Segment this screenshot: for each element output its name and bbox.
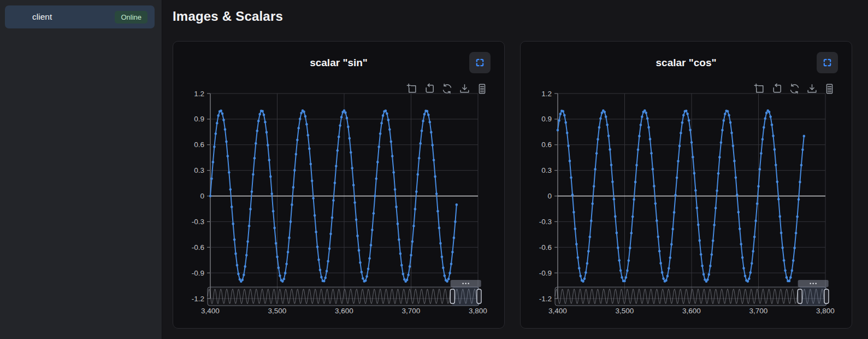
data-point [374,195,376,197]
data-point [668,267,670,270]
data-point [299,118,302,120]
data-point [571,194,574,196]
data-point [788,280,791,283]
data-point [431,144,434,147]
data-point [400,264,403,267]
data-point [273,227,276,230]
data-point [444,274,446,277]
fullscreen-button[interactable] [469,52,491,73]
data-point [685,109,688,112]
chart-canvas[interactable]: 1.20.90.60.30-0.3-0.6-0.9-1.23,4003,5003… [173,85,505,329]
sidebar-item-client[interactable]: client Online [5,5,155,28]
data-point [303,110,305,113]
datazoom-handle[interactable] [450,289,454,303]
data-point [609,148,611,151]
data-point [578,267,581,270]
data-point [665,279,668,282]
fullscreen-button[interactable] [817,52,838,73]
data-point [562,110,565,113]
data-point [225,141,228,143]
data-point [623,280,626,283]
x-tick-label: 3,800 [816,307,835,315]
data-point [407,273,410,276]
data-point [296,139,299,142]
data-point [690,141,693,144]
data-point [616,232,618,235]
data-point [213,145,216,148]
data-point [716,189,718,192]
data-point [398,238,400,241]
datazoom-window[interactable] [452,287,479,306]
datazoom-window[interactable] [800,287,826,306]
main-panel: Images & Scalars scalar "sin" [162,0,868,339]
chart-cards-row: scalar "sin" [173,41,852,329]
data-point [740,243,742,246]
data-point [786,276,788,279]
data-point [702,273,705,276]
data-point [270,192,273,195]
data-point [768,110,771,113]
data-point [572,211,575,214]
data-point [422,120,424,122]
data-point [697,224,700,226]
data-point [643,109,646,112]
data-point [676,177,678,179]
chart-title: scalar "sin" [173,57,504,69]
data-point [566,132,569,135]
data-point [614,215,617,218]
data-point [327,260,329,263]
data-point [276,255,279,258]
datazoom-handle[interactable] [477,289,481,303]
data-point [256,130,259,132]
data-point [323,280,326,283]
data-point [411,241,414,243]
data-point [332,199,335,202]
data-point [791,270,794,272]
data-point [605,115,607,118]
data-point [375,178,378,180]
data-point [645,112,647,114]
data-point [647,126,650,129]
datazoom-handle[interactable] [798,289,802,303]
data-point [382,114,385,117]
data-point [447,278,450,280]
y-tick-label: -0.6 [192,243,204,252]
data-point [693,172,696,175]
data-point [751,262,753,265]
datazoom-handle[interactable] [824,289,829,303]
data-point [792,259,795,262]
data-point [344,112,347,114]
chart-card: scalar "cos" [520,41,852,329]
data-point [255,142,257,145]
data-point [269,176,272,178]
data-point [744,275,747,278]
data-point [234,253,237,255]
data-point [272,210,275,213]
data-point [677,160,680,163]
data-point [231,206,233,208]
data-point [681,121,684,124]
x-tick-label: 3,800 [469,307,487,315]
data-point [599,118,602,120]
y-tick-label: 0 [200,192,204,200]
fullscreen-expand-icon [822,57,833,68]
data-point [248,225,251,227]
data-point [583,277,586,280]
data-point [212,161,215,163]
data-point [435,192,438,195]
client-label: client [32,12,115,22]
data-point [629,247,631,249]
data-point [778,215,781,218]
data-point [696,207,699,209]
data-point [682,114,685,117]
data-point [244,265,246,268]
data-point [570,176,572,179]
data-point [796,215,799,218]
data-point [652,168,654,171]
data-point [737,211,740,214]
data-point [451,251,454,254]
data-point [336,149,339,152]
chart-canvas[interactable]: 1.20.90.60.30-0.3-0.6-0.9-1.23,4003,5003… [521,85,853,329]
data-point [291,203,293,206]
data-point [316,246,319,248]
